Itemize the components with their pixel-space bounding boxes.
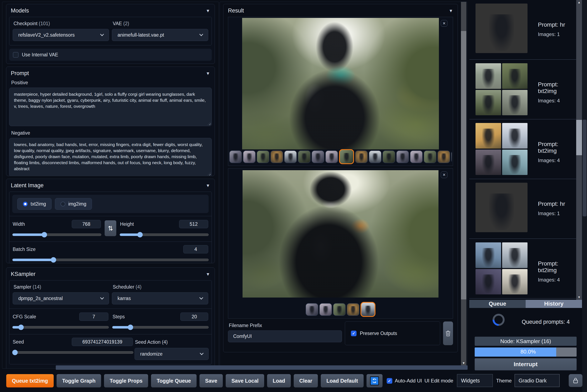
batch-size-input[interactable]: 4	[183, 245, 208, 254]
steps-input[interactable]: 20	[180, 312, 208, 321]
result1-thumbnail-17[interactable]	[451, 150, 452, 163]
filename-prefix-input[interactable]: ComfyUI	[228, 330, 342, 342]
seed-action-select[interactable]: randomize	[135, 348, 209, 360]
collapse-icon[interactable]: ▼	[206, 183, 210, 188]
negative-label: Negative	[11, 130, 215, 136]
scroll-down-icon[interactable]: ▼	[576, 296, 582, 299]
toggle-props-button[interactable]: Toggle Props	[104, 374, 148, 388]
preserve-outputs-checkbox[interactable]: ✓	[351, 330, 357, 336]
toggle-queue-button[interactable]: Toggle Queue	[151, 374, 197, 388]
collapse-icon[interactable]: ▼	[206, 272, 210, 277]
interrupt-button[interactable]: Interrupt	[475, 358, 577, 370]
result1-thumbnail-2[interactable]	[243, 150, 256, 163]
delete-outputs-button[interactable]	[443, 322, 453, 345]
use-internal-vae-checkbox[interactable]	[13, 52, 18, 58]
result2-thumbnail-2[interactable]	[319, 303, 332, 316]
cfg-slider[interactable]	[12, 324, 109, 330]
sampler-select[interactable]: dpmpp_2s_ancestral	[13, 292, 109, 304]
cfg-input[interactable]: 7	[79, 312, 108, 321]
tab-queue[interactable]: Queue	[469, 300, 526, 308]
width-input[interactable]: 768	[72, 220, 101, 228]
height-input[interactable]: 512	[179, 220, 208, 228]
use-internal-vae-checkbox-row[interactable]: Use Internal VAE	[9, 49, 212, 61]
lock-button[interactable]	[569, 374, 583, 387]
result-header[interactable]: Result ▼	[223, 4, 458, 16]
auto-add-ui-checkbox[interactable]: ✓	[387, 378, 392, 384]
result1-thumbnail-9[interactable]	[339, 149, 354, 164]
toggle-graph-button[interactable]: Toggle Graph	[56, 374, 101, 388]
img2img-radio[interactable]: img2img	[55, 198, 92, 210]
current-node-button[interactable]: Node: KSampler (16)	[475, 337, 577, 346]
collapse-icon[interactable]: ▼	[206, 71, 210, 76]
batch-size-slider[interactable]	[12, 257, 209, 262]
clear-button[interactable]: Clear	[294, 374, 318, 388]
positive-prompt-textarea[interactable]: masterpiece, hyper detailed background, …	[9, 88, 212, 126]
tab-history[interactable]: History	[526, 300, 582, 308]
refresh-button[interactable]	[367, 374, 383, 388]
collapse-icon[interactable]: ▼	[206, 8, 210, 13]
negative-prompt-textarea[interactable]: lowres, bad anatomy, bad hands, text, er…	[9, 138, 212, 176]
models-header[interactable]: Models ▼	[6, 4, 215, 16]
result1-thumbnail-1[interactable]	[229, 150, 242, 163]
theme-select[interactable]: Gradio Dark	[515, 374, 560, 387]
preserve-outputs-row[interactable]: ✓ Preserve Outputs	[345, 322, 440, 345]
result1-thumbnail-10[interactable]	[355, 150, 368, 163]
result1-thumbnail-11[interactable]	[369, 150, 382, 163]
result1-thumbnail-16[interactable]	[438, 150, 450, 163]
seed-slider[interactable]	[12, 350, 133, 355]
vae-select[interactable]: animefull-latest.vae.pt	[112, 29, 208, 41]
prompt-header[interactable]: Prompt ▼	[6, 67, 215, 79]
queue-txt2img-button[interactable]: Queue txt2img	[6, 374, 54, 388]
txt2img-radio[interactable]: txt2img	[17, 198, 51, 210]
scrollbar-thumb[interactable]	[583, 120, 587, 216]
load-default-button[interactable]: Load Default	[321, 374, 363, 388]
page-scrollbar[interactable]	[582, 0, 587, 392]
horizontal-scrollbar[interactable]	[56, 365, 468, 370]
scrollbar-thumb[interactable]	[461, 31, 466, 300]
result2-thumbnail-1[interactable]	[306, 303, 318, 316]
generated-image-2[interactable]	[243, 170, 439, 298]
history-item[interactable]: Prompt: hrImages: 1	[469, 179, 576, 239]
result1-thumbnail-4[interactable]	[270, 150, 283, 163]
widgets-select[interactable]: Widgets	[457, 374, 493, 387]
history-item[interactable]: Prompt: txt2imgImages: 4	[469, 60, 576, 120]
result1-thumbnail-13[interactable]	[396, 150, 409, 163]
steps-slider[interactable]	[112, 324, 209, 330]
result1-thumbnail-7[interactable]	[312, 150, 324, 163]
history-scrollbar[interactable]: ▲ ▼	[576, 0, 582, 300]
height-slider[interactable]	[120, 232, 209, 238]
result1-thumbnail-3[interactable]	[257, 150, 269, 163]
latent-header[interactable]: Latent Image ▼	[6, 179, 215, 191]
scroll-up-icon[interactable]: ▲	[576, 0, 582, 4]
checkpoint-select[interactable]: refslaveV2_v2.safetensors	[13, 29, 109, 41]
save-local-button[interactable]: Save Local	[226, 374, 264, 388]
close-image-button[interactable]: ×	[441, 172, 447, 178]
history-image	[502, 242, 528, 268]
auto-add-ui-toggle[interactable]: ✓ Auto-Add UI	[387, 374, 422, 388]
history-item[interactable]: Prompt: hrImages: 1	[469, 0, 576, 60]
result1-thumbnail-14[interactable]	[410, 150, 423, 163]
scroll-down-icon[interactable]: ▼	[461, 361, 466, 365]
result2-thumbnail-4[interactable]	[347, 303, 359, 316]
ksampler-header[interactable]: KSampler ▼	[6, 268, 215, 280]
close-image-button[interactable]: ×	[441, 20, 447, 27]
result-scrollbar[interactable]: ▼	[461, 2, 466, 366]
result2-thumbnail-5[interactable]	[361, 302, 375, 317]
history-item[interactable]: Prompt: txt2imgImages: 4	[469, 120, 576, 179]
load-button[interactable]: Load	[267, 374, 291, 388]
width-slider[interactable]	[12, 232, 101, 238]
save-button[interactable]: Save	[199, 374, 223, 388]
generated-image-1[interactable]	[242, 18, 439, 150]
scheduler-select[interactable]: karras	[112, 292, 208, 304]
result1-thumbnail-15[interactable]	[424, 150, 436, 163]
result1-thumbnail-8[interactable]	[325, 150, 338, 163]
collapse-icon[interactable]: ▼	[449, 8, 453, 13]
seed-input[interactable]: 693741274019139	[72, 338, 133, 346]
result1-thumbnail-12[interactable]	[383, 150, 395, 163]
result1-thumbnail-5[interactable]	[284, 150, 297, 163]
result2-thumbnail-3[interactable]	[333, 303, 346, 316]
scrollbar-thumb[interactable]	[576, 120, 582, 155]
swap-width-height-button[interactable]: ⇅	[105, 220, 116, 236]
result1-thumbnail-6[interactable]	[298, 150, 311, 163]
history-item[interactable]: Prompt: txt2imgImages: 4	[469, 239, 576, 298]
